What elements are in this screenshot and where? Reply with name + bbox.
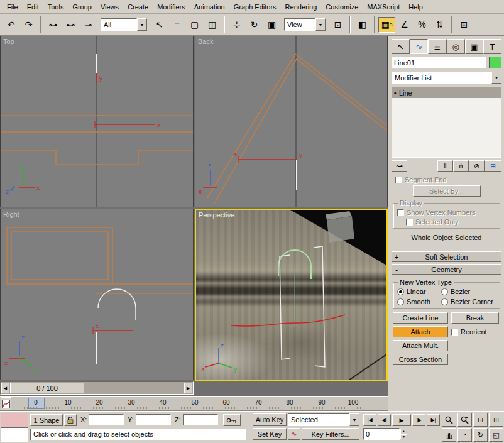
auto-key-button[interactable]: Auto Key: [253, 413, 287, 426]
window-crossing-icon[interactable]: ◫: [204, 17, 221, 33]
maximize-viewport-icon[interactable]: ◱: [489, 428, 503, 442]
menu-item-rendering[interactable]: Rendering: [281, 1, 322, 13]
menu-item-file[interactable]: File: [3, 1, 23, 13]
reorient-checkbox[interactable]: [451, 329, 458, 336]
menu-item-views[interactable]: Views: [96, 1, 123, 13]
snap-toggle-icon[interactable]: ▦3: [378, 17, 395, 33]
time-slider-right-icon[interactable]: ▶: [184, 383, 192, 393]
modifier-stack[interactable]: ▪ Line: [392, 87, 501, 158]
go-to-start-icon[interactable]: |◀: [363, 414, 376, 426]
go-to-end-icon[interactable]: ▶|: [427, 414, 440, 426]
attach-button[interactable]: Attach: [393, 326, 448, 337]
track-bar[interactable]: 0 10 20 30 40 50 60 70 80 90 100: [0, 396, 388, 411]
menu-item-animation[interactable]: Animation: [190, 1, 229, 13]
remove-modifier-icon[interactable]: ⊘: [469, 160, 485, 172]
selected-filter-dropdown[interactable]: Selected ▼: [288, 413, 359, 426]
break-button[interactable]: Break: [451, 312, 499, 324]
set-key-button[interactable]: Set Key: [253, 428, 287, 440]
bind-spacewarp-icon[interactable]: ⊸: [80, 17, 97, 33]
spinner-up-icon[interactable]: ▲: [400, 429, 407, 434]
next-frame-icon[interactable]: |▶: [412, 414, 425, 426]
reorient-option[interactable]: Reorient: [451, 326, 499, 337]
maxscript-mini-listener-white[interactable]: [1, 427, 28, 442]
attach-mult-button[interactable]: Attach Mult.: [393, 340, 448, 351]
time-slider-left-icon[interactable]: ◀: [1, 383, 9, 393]
select-link-icon[interactable]: ⊶: [45, 17, 62, 33]
selected-only-checkbox[interactable]: [406, 219, 413, 226]
menu-item-customize[interactable]: Customize: [321, 1, 363, 13]
viewport-back[interactable]: Back x y z x: [195, 36, 388, 207]
segment-end-checkbox[interactable]: [395, 177, 402, 183]
undo-icon[interactable]: ↶: [3, 17, 19, 33]
current-frame-field[interactable]: [363, 428, 400, 440]
y-coordinate-field[interactable]: [136, 414, 171, 425]
viewport-right[interactable]: Right x z x y: [0, 209, 194, 380]
menu-item-edit[interactable]: Edit: [23, 1, 43, 13]
radio-bezier[interactable]: Bezier: [441, 288, 497, 295]
tab-modify[interactable]: ∿: [410, 39, 428, 54]
field-of-view-icon[interactable]: ◔: [457, 428, 472, 442]
key-tangent-icon[interactable]: ∿: [288, 428, 300, 440]
create-line-button[interactable]: Create Line: [393, 312, 448, 324]
geometry-rollout[interactable]: - Geometry: [392, 264, 501, 275]
tab-motion[interactable]: ◎: [447, 39, 465, 54]
dropdown-arrow-icon[interactable]: ▼: [137, 18, 147, 31]
spinner-down-icon[interactable]: ▼: [400, 434, 407, 440]
arc-rotate-icon[interactable]: ↻: [473, 428, 488, 442]
key-filters-button[interactable]: Key Filters...: [302, 428, 359, 440]
modifier-stack-item[interactable]: ▪ Line: [392, 87, 501, 98]
menu-item-tools[interactable]: Tools: [43, 1, 68, 13]
zoom-extents-icon[interactable]: ⊡: [473, 413, 488, 427]
selection-filter-dropdown[interactable]: All ▼: [101, 18, 147, 31]
time-slider-handle[interactable]: 0 / 100: [10, 383, 84, 393]
radio-bezier-corner[interactable]: Bezier Corner: [441, 298, 497, 305]
selection-lock-icon[interactable]: [64, 414, 77, 426]
spinner-snap-icon[interactable]: ⇅: [431, 17, 448, 33]
tab-hierarchy[interactable]: ≣: [428, 39, 446, 54]
redo-icon[interactable]: ↷: [20, 17, 37, 33]
zoom-icon[interactable]: [442, 413, 456, 427]
object-color-swatch[interactable]: [489, 57, 501, 68]
show-vertex-numbers-checkbox[interactable]: [397, 209, 404, 216]
selection-region-icon[interactable]: ▢: [186, 17, 203, 33]
menu-item-group[interactable]: Group: [68, 1, 96, 13]
viewport-perspective[interactable]: Perspective z x y: [195, 209, 388, 381]
mirror-icon[interactable]: ◧: [354, 17, 371, 33]
keyboard-override-icon[interactable]: ⊞: [456, 17, 473, 33]
zoom-all-icon[interactable]: [457, 413, 472, 427]
cross-section-button[interactable]: Cross Section: [393, 354, 448, 365]
x-coordinate-field[interactable]: [89, 414, 124, 425]
mini-curve-editor-icon[interactable]: [1, 397, 11, 410]
make-unique-icon[interactable]: ⋔: [453, 160, 469, 172]
menu-item-create[interactable]: Create: [123, 1, 153, 13]
unlink-icon[interactable]: ⊷: [62, 17, 79, 33]
object-name-field[interactable]: [392, 57, 486, 68]
tab-utilities[interactable]: T: [483, 39, 501, 54]
play-animation-icon[interactable]: ▶: [392, 414, 411, 426]
viewport-top[interactable]: Top y x y x z: [0, 36, 194, 207]
pan-icon[interactable]: [442, 428, 456, 442]
move-icon[interactable]: ⊹: [228, 17, 245, 33]
angle-snap-icon[interactable]: ∠: [396, 17, 413, 33]
pin-stack-icon[interactable]: ⊶: [392, 160, 407, 172]
reference-coordinate-dropdown[interactable]: View ▼: [284, 18, 326, 31]
menu-item-graph-editors[interactable]: Graph Editors: [229, 1, 281, 13]
use-center-icon[interactable]: ⊡: [329, 17, 346, 33]
modifier-list-dropdown[interactable]: Modifier List ▼: [392, 72, 501, 84]
menu-item-maxscript[interactable]: MAXScript: [363, 1, 404, 13]
radio-smooth[interactable]: Smooth: [397, 298, 441, 305]
select-object-icon[interactable]: ↖: [151, 17, 168, 33]
previous-frame-icon[interactable]: ◀|: [378, 414, 391, 426]
menu-item-help[interactable]: Help: [404, 1, 427, 13]
percent-snap-icon[interactable]: %: [414, 17, 430, 33]
select-by-name-icon[interactable]: ≡: [168, 17, 185, 33]
zoom-extents-all-icon[interactable]: ⊞: [489, 413, 503, 427]
configure-modifier-sets-icon[interactable]: ⊞: [485, 160, 501, 172]
tab-create[interactable]: ↖: [392, 39, 410, 54]
z-coordinate-field[interactable]: [183, 414, 218, 425]
tab-display[interactable]: ▣: [465, 39, 483, 54]
soft-selection-rollout[interactable]: + Soft Selection: [392, 251, 501, 262]
time-slider[interactable]: ◀ 0 / 100 ▶: [0, 381, 194, 395]
radio-linear[interactable]: Linear: [397, 288, 441, 295]
maxscript-mini-listener-pink[interactable]: [1, 413, 28, 427]
